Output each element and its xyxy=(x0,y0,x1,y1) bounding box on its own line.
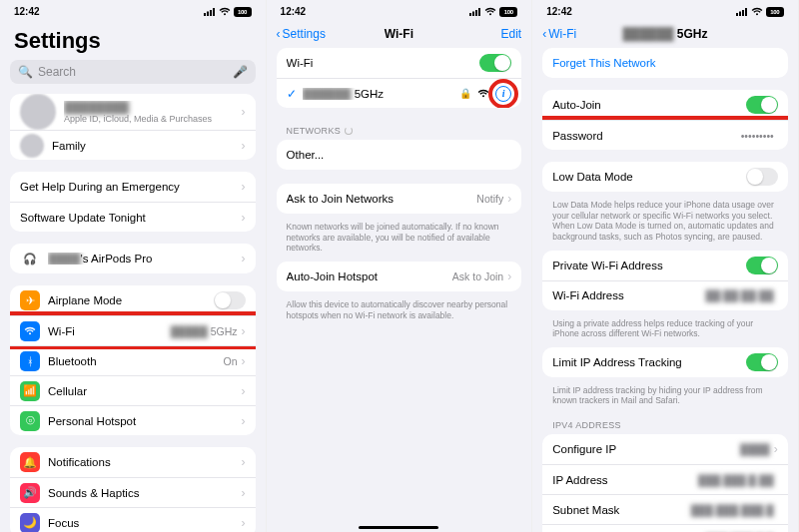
svg-rect-0 xyxy=(204,13,206,16)
svg-rect-8 xyxy=(736,13,738,16)
wifi-toggle-row[interactable]: Wi-Fi xyxy=(277,48,522,78)
wifi-icon xyxy=(484,7,496,16)
chevron-right-icon: › xyxy=(774,442,778,456)
limit-tracking-footer: Limit IP address tracking by hiding your… xyxy=(540,381,790,414)
settings-content: Settings 🔍Search 🎤 ████████ Apple ID, iC… xyxy=(0,20,266,532)
status-indicators: 100 xyxy=(204,7,252,17)
chevron-right-icon: › xyxy=(242,354,246,368)
airplane-icon: ✈︎ xyxy=(20,290,40,310)
info-icon[interactable]: i xyxy=(495,86,511,102)
wifi-address-row[interactable]: Wi-Fi Address ██:██:██:██ xyxy=(542,280,788,310)
account-sub: Apple ID, iCloud, Media & Purchases xyxy=(64,114,242,124)
low-data-toggle[interactable] xyxy=(746,168,778,186)
search-field[interactable]: 🔍Search 🎤 xyxy=(10,60,256,84)
notifications-row[interactable]: 🔔 Notifications › xyxy=(10,447,256,477)
battery-icon: 100 xyxy=(234,7,252,17)
sounds-row[interactable]: 🔊 Sounds & Haptics › xyxy=(10,477,256,507)
networks-header: NETWORKS xyxy=(275,120,524,140)
emergency-help-row[interactable]: Get Help During an Emergency› xyxy=(10,172,256,202)
wifi-address-value: ██:██:██:██ xyxy=(706,289,774,301)
ip-address-row[interactable]: IP Address ███.███.█.██ xyxy=(542,464,788,494)
apple-id-row[interactable]: ████████ Apple ID, iCloud, Media & Purch… xyxy=(10,94,256,130)
limit-tracking-toggle[interactable] xyxy=(746,353,778,371)
configure-ip-row[interactable]: Configure IP ████ › xyxy=(542,434,788,464)
low-data-row[interactable]: Low Data Mode xyxy=(542,162,788,192)
wifi-icon xyxy=(751,7,763,16)
bluetooth-row[interactable]: ᚼ Bluetooth On › xyxy=(10,345,256,375)
chevron-right-icon: › xyxy=(242,211,246,225)
airplane-mode-row[interactable]: ✈︎ Airplane Mode xyxy=(10,285,256,315)
airpods-icon: 🎧 xyxy=(20,249,40,268)
forget-network-button[interactable]: Forget This Network xyxy=(542,48,788,78)
screen-wifi: 12:42 100 ‹Settings Wi-Fi Edit Wi-Fi ✓ █… xyxy=(267,0,533,532)
wifi-icon xyxy=(20,321,40,341)
cellular-icon: 📶 xyxy=(20,381,40,401)
password-value: ••••••••• xyxy=(741,130,774,142)
private-address-row[interactable]: Private Wi-Fi Address xyxy=(542,251,788,280)
software-update-row[interactable]: Software Update Tonight› xyxy=(10,202,256,232)
home-indicator[interactable] xyxy=(359,526,438,529)
status-time: 12:42 xyxy=(546,6,572,17)
cellular-icon xyxy=(469,8,481,16)
chevron-right-icon: › xyxy=(242,105,246,119)
auto-hotspot-row[interactable]: Auto-Join Hotspot Ask to Join › xyxy=(277,262,522,291)
ask-join-group: Ask to Join Networks Notify › xyxy=(277,184,522,214)
mic-icon[interactable]: 🎤 xyxy=(233,65,248,79)
wifi-row[interactable]: Wi-Fi █████ 5GHz › xyxy=(10,315,256,345)
other-network-row[interactable]: Other... xyxy=(277,140,522,170)
wifi-toggle-group: Wi-Fi ✓ ██████ 5GHz 🔒 i xyxy=(277,48,522,108)
focus-row[interactable]: 🌙 Focus › xyxy=(10,507,256,532)
cellular-icon xyxy=(736,8,748,16)
account-group: ████████ Apple ID, iCloud, Media & Purch… xyxy=(10,94,256,160)
back-button[interactable]: ‹Wi-Fi xyxy=(542,27,576,41)
back-button[interactable]: ‹Settings xyxy=(277,27,326,41)
auto-join-toggle[interactable] xyxy=(746,96,778,114)
avatar xyxy=(20,94,56,130)
password-row[interactable]: Password ••••••••• xyxy=(542,120,788,150)
airpods-row[interactable]: 🎧 ████'s AirPods Pro › xyxy=(10,244,256,273)
private-address-toggle[interactable] xyxy=(746,257,778,274)
bluetooth-icon: ᚼ xyxy=(20,351,40,371)
auto-join-row[interactable]: Auto-Join xyxy=(542,90,788,120)
airplane-toggle[interactable] xyxy=(214,291,246,309)
chevron-right-icon: › xyxy=(242,414,246,428)
ipv4-group: Configure IP ████ › IP Address ███.███.█… xyxy=(542,434,788,532)
subnet-mask-row[interactable]: Subnet Mask ███.███.███.█ xyxy=(542,494,788,524)
family-row[interactable]: Family › xyxy=(10,130,256,160)
speaker-icon: 🔊 xyxy=(20,483,40,503)
svg-rect-1 xyxy=(207,11,209,16)
checkmark-icon: ✓ xyxy=(287,87,297,101)
cellular-icon xyxy=(204,8,216,16)
wifi-toggle[interactable] xyxy=(479,54,511,72)
chevron-right-icon: › xyxy=(242,516,246,530)
chevron-right-icon: › xyxy=(507,192,511,206)
svg-rect-5 xyxy=(472,11,474,16)
screen-network-detail: 12:42 100 ‹Wi-Fi ██████ 5GHz Forget This… xyxy=(532,0,799,532)
svg-rect-9 xyxy=(739,11,741,16)
status-bar: 12:42 100 xyxy=(0,0,266,20)
ask-join-footer: Known networks will be joined automatica… xyxy=(275,218,524,262)
limit-tracking-row[interactable]: Limit IP Address Tracking xyxy=(542,347,788,377)
network-detail-content: Forget This Network Auto-Join Password •… xyxy=(532,48,798,532)
hotspot-row[interactable]: ⦾ Personal Hotspot › xyxy=(10,405,256,435)
wifi-icon xyxy=(219,7,231,16)
alerts-group: Get Help During an Emergency› Software U… xyxy=(10,172,256,232)
cellular-row[interactable]: 📶 Cellular › xyxy=(10,375,256,405)
connected-network-row[interactable]: ✓ ██████ 5GHz 🔒 i xyxy=(277,78,522,108)
wifi-content: Wi-Fi ✓ ██████ 5GHz 🔒 i NETWORKS Other..… xyxy=(267,48,532,524)
status-indicators: 100 xyxy=(469,7,517,17)
airpods-group: 🎧 ████'s AirPods Pro › xyxy=(10,244,256,273)
chevron-right-icon: › xyxy=(242,252,246,266)
account-name: ████████ xyxy=(64,101,242,113)
bell-icon: 🔔 xyxy=(20,452,40,472)
svg-rect-4 xyxy=(469,13,471,16)
search-icon: 🔍 xyxy=(18,65,33,79)
status-indicators: 100 xyxy=(736,7,784,17)
edit-button[interactable]: Edit xyxy=(501,27,522,41)
svg-rect-10 xyxy=(742,10,744,16)
router-row[interactable]: Router ███.███.█.█ xyxy=(542,524,788,532)
family-avatar xyxy=(20,134,44,158)
auto-hotspot-group: Auto-Join Hotspot Ask to Join › xyxy=(277,262,522,291)
svg-rect-2 xyxy=(210,10,212,16)
ask-join-row[interactable]: Ask to Join Networks Notify › xyxy=(277,184,522,214)
